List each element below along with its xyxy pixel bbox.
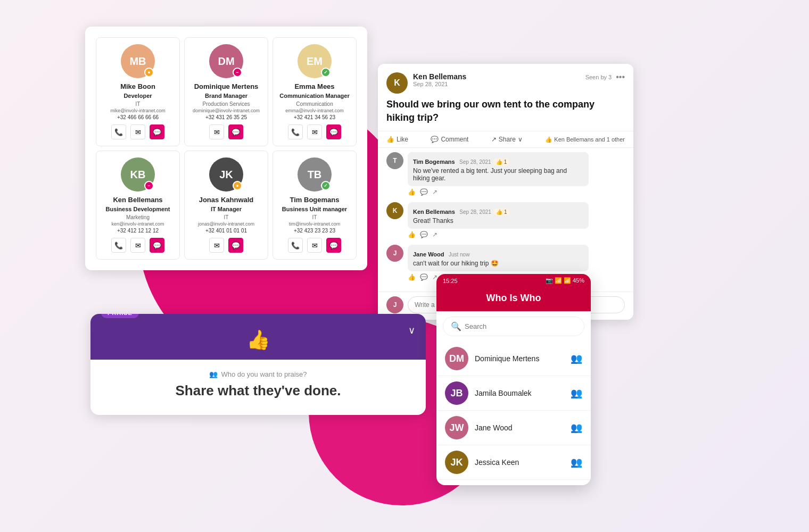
emp-actions: ✉ 💬 (189, 238, 263, 253)
share-icon: ↗ (491, 136, 497, 143)
emp-status-badge: ✓ (321, 181, 331, 190)
like-action[interactable]: 👍 Like (386, 136, 408, 143)
praise-header: PRAISE ∨ 👍 (90, 314, 426, 360)
comment-time: Sep 28, 2021 (459, 209, 491, 215)
emp-msg-btn[interactable]: 💬 (228, 238, 243, 253)
mobile-person-name: Dominique Mertens (475, 354, 564, 363)
praise-chevron-icon[interactable]: ∨ (408, 325, 415, 336)
emp-avatar-wrap: EM ✓ (298, 44, 332, 78)
emp-title: Developer (101, 93, 175, 99)
emp-name: Jonas Kahnwald (189, 196, 263, 204)
praise-body: 👥 Who do you want to praise? Share what … (90, 360, 426, 415)
comment: T Tim Bogemans Sep 28, 2021 👍 1 No we've… (386, 152, 625, 196)
mobile-person-avatar: DM (445, 347, 468, 370)
mobile-person-item[interactable]: DM Dominique Mertens 👥 (436, 342, 591, 376)
comment-avatar: K (386, 202, 403, 219)
emp-title: IT Manager (189, 206, 263, 212)
mobile-person-item[interactable]: JK Jessica Keen 👥 (436, 445, 591, 480)
emp-avatar-wrap: TB ✓ (298, 157, 332, 192)
mobile-search-bar[interactable]: 🔍 (443, 317, 584, 336)
emp-msg-btn[interactable]: 💬 (150, 238, 164, 253)
employee-card: JK ● Jonas Kahnwald IT Manager IT jonas@… (184, 151, 268, 260)
emp-call-btn[interactable]: 📞 (111, 238, 126, 253)
emp-phone: +32 431 26 35 25 (189, 114, 263, 120)
mobile-search-input[interactable] (465, 322, 576, 330)
comment-bubble: Jane Wood Just now can't wait for our hi… (408, 245, 589, 271)
comment-author: Jane Wood (413, 251, 444, 257)
mobile-person-name: Jessica Keen (475, 458, 564, 467)
post-actions-bar: 👍 Like 💬 Comment ↗ Share ∨ 👍 Ken Bellema… (378, 131, 633, 148)
emp-status-badge: − (144, 181, 154, 190)
emp-status-badge: ● (144, 68, 154, 77)
search-icon: 🔍 (451, 321, 461, 331)
mobile-person-teams-icon[interactable]: 👥 (571, 456, 582, 468)
emp-actions: 📞 ✉ 💬 (101, 124, 175, 139)
emp-msg-btn[interactable]: 💬 (228, 124, 243, 139)
post-header: K Ken Bellemans Sep 28, 2021 Seen by 3 •… (378, 64, 633, 98)
emp-avatar-wrap: KB − (121, 157, 155, 192)
emp-call-btn[interactable]: 📞 (111, 124, 126, 139)
mobile-header: Who Is Who (436, 287, 591, 311)
emp-email-btn[interactable]: ✉ (130, 124, 145, 139)
employee-card: KB − Ken Bellemans Business Development … (96, 151, 180, 260)
emp-call-btn[interactable]: 📞 (288, 124, 303, 139)
comment-reply-icon[interactable]: 💬 (420, 231, 428, 238)
emp-status-badge: − (233, 68, 242, 77)
emp-email-btn[interactable]: ✉ (307, 238, 322, 253)
comment-like-icon[interactable]: 👍 (408, 231, 416, 238)
post-author-avatar: K (386, 72, 408, 94)
praise-panel: PRAISE ∨ 👍 👥 Who do you want to praise? … (90, 314, 426, 415)
comment-reply-icon[interactable]: 💬 (420, 273, 428, 281)
mobile-person-teams-icon[interactable]: 👥 (571, 353, 582, 364)
emp-msg-btn[interactable]: 💬 (326, 238, 341, 253)
mobile-person-teams-icon[interactable]: 👥 (571, 387, 582, 399)
emp-email: mike@involv-intranet.com (101, 108, 175, 113)
emp-msg-btn[interactable]: 💬 (326, 124, 341, 139)
comment-time: Just now (449, 252, 469, 257)
mobile-person-list: DM Dominique Mertens 👥 JB Jamila Boumale… (436, 342, 591, 485)
emp-dept: Production Services (189, 101, 263, 107)
praise-emoji: 👍 (246, 329, 270, 351)
comment-share-icon[interactable]: ↗ (432, 188, 437, 196)
emp-title: Business Development (101, 206, 175, 212)
mobile-person-teams-icon[interactable]: 👥 (571, 422, 582, 434)
emp-email: emma@involv-intranet.com (277, 108, 352, 113)
like-icon: 👍 (386, 136, 394, 143)
emp-title: Business Unit manager (277, 206, 352, 212)
share-action[interactable]: ↗ Share ∨ (491, 136, 523, 143)
seen-count: Seen by 3 (585, 74, 612, 80)
comment-author: Tim Bogemans (413, 159, 455, 165)
more-options-icon[interactable]: ••• (616, 72, 625, 82)
comment-actions: 👍 💬 ↗ (408, 188, 625, 196)
comment-author-line: Ken Bellemans Sep 28, 2021 👍 1 (413, 206, 583, 216)
emp-dept: Marketing (101, 214, 175, 220)
comment-reply-icon[interactable]: 💬 (420, 188, 428, 196)
mobile-status-bar: 15:25 📷 📶 📶 45% (436, 274, 591, 287)
post-date: Sep 28, 2021 (413, 81, 466, 87)
emp-dept: Communication (277, 101, 352, 107)
mobile-person-item[interactable]: JW Jane Wood 👥 (436, 411, 591, 445)
emp-name: Tim Bogemans (277, 196, 352, 204)
comment-text: Great! Thanks (413, 217, 583, 225)
share-chevron-icon: ∨ (518, 136, 523, 143)
emp-email-btn[interactable]: ✉ (209, 124, 224, 139)
emp-call-btn[interactable]: 📞 (288, 238, 303, 253)
post-meta-right: Seen by 3 ••• (585, 72, 625, 82)
praise-person-icon: 👥 (209, 370, 218, 378)
comment-avatar: T (386, 152, 403, 169)
comment-author: Ken Bellemans (413, 209, 455, 215)
emp-msg-btn[interactable]: 💬 (150, 124, 164, 139)
praise-who-prompt: 👥 Who do you want to praise? (106, 370, 410, 378)
emp-email-btn[interactable]: ✉ (130, 238, 145, 253)
emp-email-btn[interactable]: ✉ (307, 124, 322, 139)
post-author-details: Ken Bellemans Sep 28, 2021 (413, 72, 466, 87)
share-label: Share (499, 136, 516, 143)
mobile-person-name: Jane Wood (475, 423, 564, 432)
mobile-person-item[interactable]: JB Jamila Boumalek 👥 (436, 376, 591, 411)
emp-title: Communication Manager (277, 93, 352, 99)
comment-action[interactable]: 💬 Comment (431, 136, 468, 143)
comment-like-icon[interactable]: 👍 (408, 273, 416, 281)
emp-email-btn[interactable]: ✉ (209, 238, 224, 253)
comment-share-icon[interactable]: ↗ (432, 231, 437, 238)
comment-like-icon[interactable]: 👍 (408, 188, 416, 196)
